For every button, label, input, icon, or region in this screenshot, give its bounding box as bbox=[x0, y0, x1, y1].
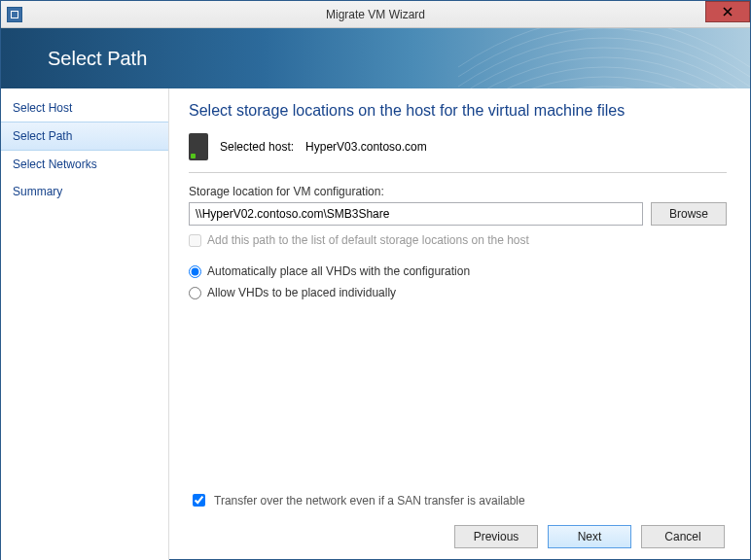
vhd-placement-group: Automatically place all VHDs with the co… bbox=[189, 257, 727, 299]
storage-location-input[interactable] bbox=[189, 202, 643, 226]
wizard-header: Select Path bbox=[1, 28, 750, 88]
browse-button[interactable]: Browse bbox=[651, 202, 727, 226]
selected-host-value: HyperV03.contoso.com bbox=[305, 140, 427, 154]
add-default-location-label: Add this path to the list of default sto… bbox=[207, 233, 529, 247]
storage-location-label: Storage location for VM configuration: bbox=[189, 185, 727, 198]
transfer-network-label: Transfer over the network even if a SAN … bbox=[214, 494, 525, 508]
previous-button[interactable]: Previous bbox=[454, 525, 538, 548]
radio-auto-place-row[interactable]: Automatically place all VHDs with the co… bbox=[189, 264, 727, 278]
titlebar: Migrate VM Wizard bbox=[1, 1, 750, 28]
add-default-location-checkbox bbox=[189, 234, 201, 247]
selected-host-row: Selected host: HyperV03.contoso.com bbox=[189, 133, 727, 160]
system-menu-icon[interactable] bbox=[7, 7, 22, 22]
close-icon bbox=[723, 7, 733, 17]
radio-individual-place-label: Allow VHDs to be placed individually bbox=[207, 286, 396, 299]
next-button[interactable]: Next bbox=[548, 525, 631, 548]
wizard-window: Migrate VM Wizard Select Path Select Hos… bbox=[0, 0, 751, 560]
window-title: Migrate VM Wizard bbox=[1, 8, 750, 21]
content-pane: Select storage locations on the host for… bbox=[169, 88, 750, 560]
wizard-footer: Previous Next Cancel bbox=[189, 525, 727, 550]
add-default-location-row: Add this path to the list of default sto… bbox=[189, 233, 727, 247]
cancel-button[interactable]: Cancel bbox=[641, 525, 725, 548]
sidebar-item-select-path[interactable]: Select Path bbox=[1, 122, 168, 151]
wizard-header-title: Select Path bbox=[48, 48, 147, 70]
transfer-network-checkbox[interactable] bbox=[193, 494, 205, 507]
header-decoration bbox=[458, 28, 750, 88]
page-heading: Select storage locations on the host for… bbox=[189, 102, 727, 120]
sidebar-item-select-host[interactable]: Select Host bbox=[1, 94, 168, 122]
server-icon bbox=[189, 133, 208, 160]
wizard-steps-sidebar: Select Host Select Path Select Networks … bbox=[1, 88, 169, 560]
radio-individual-place[interactable] bbox=[189, 287, 201, 299]
sidebar-item-select-networks[interactable]: Select Networks bbox=[1, 151, 168, 178]
sidebar-item-summary[interactable]: Summary bbox=[1, 178, 168, 205]
radio-auto-place[interactable] bbox=[189, 265, 201, 278]
wizard-body: Select Host Select Path Select Networks … bbox=[1, 88, 750, 560]
selected-host-label: Selected host: bbox=[220, 140, 294, 154]
transfer-network-row[interactable]: Transfer over the network even if a SAN … bbox=[189, 491, 727, 509]
divider bbox=[189, 172, 727, 173]
radio-individual-place-row[interactable]: Allow VHDs to be placed individually bbox=[189, 286, 727, 299]
radio-auto-place-label: Automatically place all VHDs with the co… bbox=[207, 264, 470, 278]
close-button[interactable] bbox=[705, 1, 750, 22]
